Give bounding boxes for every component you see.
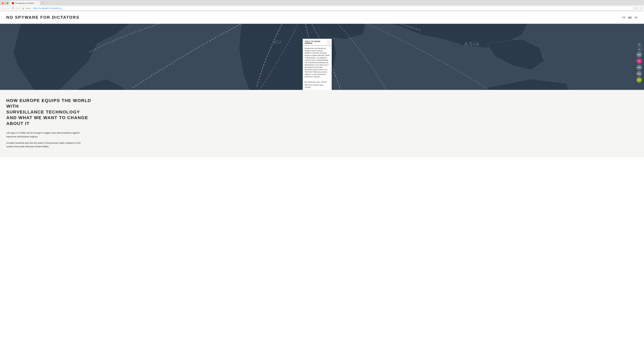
map-section: ASIA MIDDLE EAST NORTH AFRICA EU ITALY T…: [0, 24, 644, 90]
maximize-window-button[interactable]: [6, 2, 8, 4]
popup-body-text: Researchers could identify two endpoint …: [305, 47, 330, 78]
svg-text:EU: EU: [274, 40, 281, 45]
bookmark-button[interactable]: ☆: [634, 6, 638, 10]
address-separator: /: [32, 7, 32, 9]
map-reset-button[interactable]: ✕: [638, 43, 642, 47]
toolbar-right: ☆ ⋮: [634, 6, 642, 10]
lang-en[interactable]: EN: [628, 16, 632, 19]
popup-close-button[interactable]: ×: [327, 41, 330, 44]
content-section: HOW EUROPE EQUIPS THE WORLD WITH SURVEIL…: [0, 90, 644, 157]
popup-body: Researchers could identify two endpoint …: [303, 46, 332, 90]
popup-title: ITALY TO SAUDI ARABIA: [305, 41, 327, 44]
secure-icon: 🔒: [22, 7, 24, 9]
new-tab-button[interactable]: +: [40, 1, 45, 5]
browser-menu-button[interactable]: ⋮: [639, 6, 642, 10]
site-title: NO SPYWARE FOR DICTATORS: [6, 15, 80, 20]
popup-rsf-index: RSF Press Freedom Index: 164/180: [305, 84, 330, 89]
secure-label: Secure: [25, 7, 31, 9]
tab-title-text: No Spyware for Dictators: [15, 2, 34, 4]
heading-line3: AND WHAT WE WANT TO CHANGE ABOUT IT: [6, 115, 94, 126]
home-button[interactable]: ⌂: [16, 6, 20, 10]
map-popup: ITALY TO SAUDI ARABIA × Researchers coul…: [303, 39, 332, 90]
browser-tab[interactable]: No Spyware for Dictators ×: [10, 1, 40, 5]
country-pin-gbr[interactable]: GBR: [636, 65, 642, 70]
map-zoom-in-button[interactable]: +: [638, 47, 642, 52]
content-para1: 140 signs on Twitter can be enough to tr…: [6, 131, 85, 139]
country-pins: DEU ITA GBR FRA SWE: [636, 52, 642, 83]
site-nav: FR EN DE: [622, 16, 638, 19]
country-pin-deu[interactable]: DEU: [636, 52, 642, 57]
lang-de[interactable]: DE: [635, 16, 638, 19]
popup-eiu-index: EIU Democracy Index: 163/167: [305, 81, 330, 83]
content-para2: A single Facebook post has the power to …: [6, 141, 85, 149]
heading-line2: SURVEILLANCE TECHNOLOGY: [6, 109, 94, 115]
popup-header: ITALY TO SAUDI ARABIA ×: [303, 39, 332, 46]
forward-button[interactable]: ›: [6, 6, 10, 10]
close-window-button[interactable]: [2, 2, 3, 4]
tab-favicon: [12, 2, 14, 4]
tab-bar: No Spyware for Dictators × +: [0, 0, 644, 5]
os-chrome: No Spyware for Dictators × + ‹ › ↺ ⌂ 🔒 S…: [0, 0, 644, 11]
site-header: NO SPYWARE FOR DICTATORS FR EN DE: [0, 11, 644, 24]
country-pin-fra[interactable]: FRA: [636, 71, 642, 76]
section-heading: HOW EUROPE EQUIPS THE WORLD WITH SURVEIL…: [6, 98, 94, 126]
traffic-lights: [2, 2, 8, 4]
tab-close-button[interactable]: ×: [36, 2, 38, 4]
refresh-button[interactable]: ↺: [11, 6, 15, 10]
back-button[interactable]: ‹: [2, 6, 5, 10]
address-text: https://no-spyware-for-dictators.eu: [33, 7, 62, 9]
address-bar[interactable]: 🔒 Secure / https://no-spyware-for-dictat…: [20, 6, 633, 10]
website: NO SPYWARE FOR DICTATORS FR EN DE: [0, 11, 644, 354]
country-pin-ita[interactable]: ITA: [636, 58, 642, 64]
minimize-window-button[interactable]: [4, 2, 6, 4]
country-pin-swe[interactable]: SWE: [636, 77, 642, 83]
svg-text:ASIA: ASIA: [464, 41, 480, 47]
lang-fr[interactable]: FR: [622, 16, 625, 19]
address-bar-row: ‹ › ↺ ⌂ 🔒 Secure / https://no-spyware-fo…: [0, 5, 644, 11]
heading-line1: HOW EUROPE EQUIPS THE WORLD WITH: [6, 98, 94, 109]
